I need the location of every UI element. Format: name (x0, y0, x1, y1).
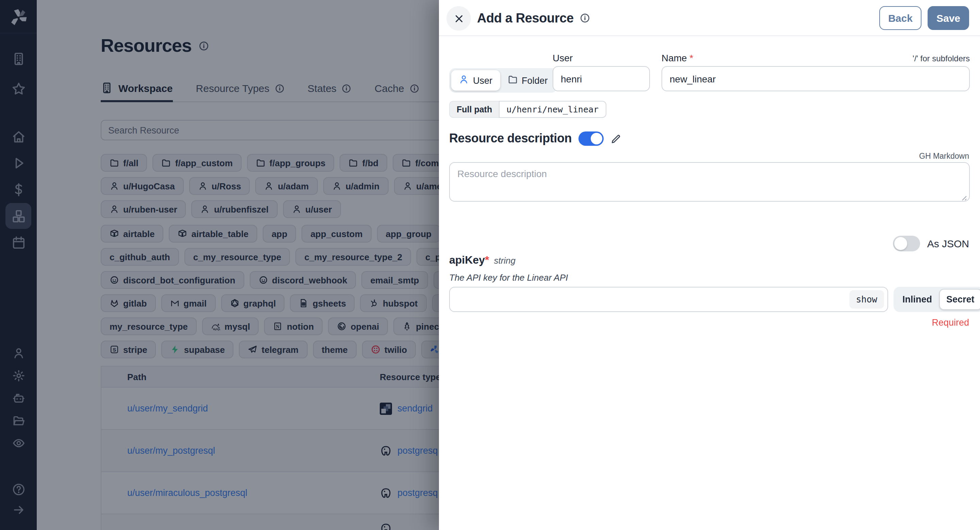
back-button[interactable]: Back (879, 6, 921, 30)
apikey-type-label: string (494, 255, 515, 266)
drawer-header: Add a Resource Back Save (439, 0, 980, 36)
drawer-body: User Folder User Name * '/' for subfolde… (439, 36, 980, 530)
show-secret-button[interactable]: show (849, 290, 884, 309)
add-resource-drawer: Add a Resource Back Save User Folder Use… (439, 0, 980, 530)
app-root: Resources WorkspaceResource TypesStatesC… (0, 0, 980, 530)
secret-mode-toggle: Inlined Secret (894, 287, 980, 312)
pencil-icon[interactable] (611, 133, 621, 144)
name-field-label: Name * (662, 53, 693, 63)
as-json-label: As JSON (927, 238, 969, 249)
resize-handle-icon[interactable] (960, 194, 967, 201)
user-icon (459, 74, 469, 86)
full-path-label: Full path (449, 101, 499, 118)
secret-option[interactable]: Secret (939, 289, 980, 310)
gh-markdown-label: GH Markdown (919, 152, 969, 160)
apikey-description: The API key for the Linear API (449, 273, 568, 283)
kind-user-option[interactable]: User (451, 70, 500, 91)
user-field-label: User (553, 53, 573, 63)
name-field[interactable] (662, 66, 970, 91)
drawer-title: Add a Resource (477, 11, 574, 26)
required-asterisk: * (485, 254, 489, 266)
kind-folder-option[interactable]: Folder (500, 70, 555, 91)
full-path-value: u/henri/new_linear (499, 101, 606, 118)
apikey-input[interactable] (449, 287, 888, 312)
description-heading: Resource description (449, 131, 572, 146)
apikey-field-name: apiKey* (449, 254, 489, 267)
required-asterisk: * (690, 53, 694, 63)
user-field[interactable] (553, 66, 650, 91)
info-icon[interactable] (580, 13, 590, 23)
full-path: Full path u/henri/new_linear (449, 101, 606, 118)
owner-kind-toggle: User Folder (449, 68, 557, 93)
save-button[interactable]: Save (928, 6, 969, 30)
close-icon[interactable] (447, 6, 471, 31)
as-json-toggle[interactable] (893, 236, 920, 251)
subfolder-hint: '/' for subfolders (913, 54, 970, 63)
required-error: Required (932, 318, 969, 328)
description-toggle[interactable] (579, 131, 604, 146)
inlined-option[interactable]: Inlined (896, 289, 939, 310)
folder-icon (508, 74, 517, 86)
description-textarea[interactable] (449, 162, 970, 202)
